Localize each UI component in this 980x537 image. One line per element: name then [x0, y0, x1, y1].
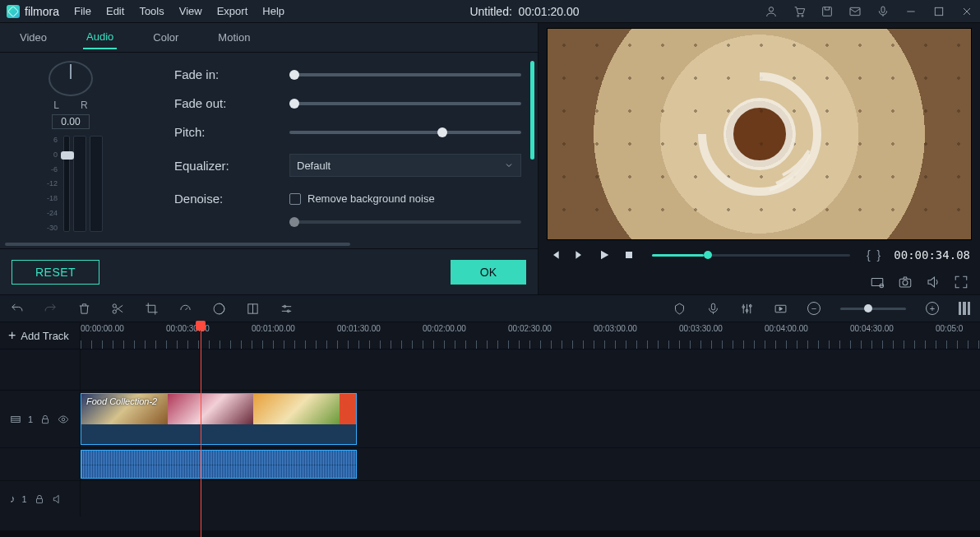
timeline: + Add Track 00:00:00.0000:00:30.0000:01:… [0, 322, 980, 537]
color-icon[interactable] [212, 302, 226, 316]
close-icon[interactable] [960, 5, 973, 18]
denoise-checkbox[interactable]: Remove background noise [289, 192, 435, 205]
menu-bar: File Edit Tools View Export Help [74, 5, 284, 17]
mark-in-out[interactable]: { } [867, 248, 882, 262]
svg-rect-27 [36, 498, 42, 502]
mixer-icon[interactable] [740, 302, 754, 316]
play-button[interactable] [598, 248, 611, 262]
record-vo-icon[interactable] [706, 302, 720, 316]
reset-button[interactable]: RESET [12, 260, 99, 285]
redo-icon[interactable] [44, 302, 58, 316]
account-icon[interactable] [765, 5, 778, 18]
title-actions [765, 5, 973, 18]
snapshot-icon[interactable] [898, 275, 913, 289]
marker-icon[interactable] [673, 302, 686, 316]
project-name: Untitled: [469, 5, 511, 18]
timeline-ruler[interactable]: 00:00:00.0000:00:30.0000:01:00.0000:01:3… [81, 322, 980, 349]
menu-help[interactable]: Help [262, 5, 284, 17]
fade-in-slider[interactable] [289, 73, 521, 76]
tab-motion[interactable]: Motion [215, 26, 253, 49]
clip-thumb [340, 394, 356, 424]
lock-icon[interactable] [34, 493, 45, 505]
panel-hscroll[interactable] [0, 240, 538, 248]
music-track-num: 1 [22, 494, 27, 504]
minimize-icon[interactable] [904, 5, 918, 18]
audio-controls: Fade in: Fade out: Pitch: Equalizer: Def… [141, 53, 538, 240]
volume-icon[interactable] [926, 275, 941, 289]
mic-icon[interactable] [876, 5, 890, 18]
menu-file[interactable]: File [74, 5, 91, 17]
timeline-hscroll[interactable] [0, 530, 980, 537]
zoom-in-button[interactable]: + [926, 302, 939, 315]
cart-icon[interactable] [793, 5, 806, 18]
audio-clip[interactable] [81, 450, 357, 479]
music-track-lane[interactable] [81, 481, 980, 516]
fade-out-slider[interactable] [289, 102, 521, 105]
mute-icon[interactable] [52, 493, 63, 505]
balance-column: L R 0.00 60-6-12-18-24-30 [0, 53, 141, 240]
split-icon[interactable] [111, 302, 125, 316]
denoise-check-label: Remove background noise [307, 192, 435, 205]
video-track-num: 1 [28, 414, 33, 424]
fullscreen-icon[interactable] [954, 275, 968, 289]
menu-view[interactable]: View [179, 5, 202, 17]
balance-value[interactable]: 0.00 [52, 114, 89, 129]
svg-rect-19 [711, 303, 714, 310]
settings-icon[interactable] [870, 275, 885, 289]
tab-color[interactable]: Color [150, 26, 182, 49]
zoom-fit-icon[interactable] [959, 302, 970, 315]
mail-icon[interactable] [848, 5, 862, 18]
render-icon[interactable] [774, 302, 788, 316]
video-track-lane[interactable]: Food Collection-2 [81, 391, 980, 447]
menu-export[interactable]: Export [217, 5, 248, 17]
green-screen-icon[interactable] [246, 302, 260, 316]
menu-edit[interactable]: Edit [106, 5, 124, 17]
panel-scrollbar[interactable] [530, 61, 534, 160]
add-track-button[interactable]: + Add Track [0, 322, 81, 349]
vu-bar-r [90, 136, 103, 232]
preview-bottom-bar [539, 270, 980, 294]
stop-button[interactable] [622, 248, 636, 262]
denoise-slider[interactable] [289, 220, 521, 224]
lock-icon[interactable] [39, 414, 51, 425]
preview-progress[interactable] [652, 254, 850, 257]
prev-frame-button[interactable] [548, 248, 562, 262]
audio-track-lane[interactable] [81, 448, 980, 480]
fade-in-label: Fade in: [174, 67, 273, 81]
clip-label: Food Collection-2 [86, 396, 157, 406]
undo-icon[interactable] [10, 302, 24, 316]
app-name: filmora [25, 5, 59, 18]
equalizer-select[interactable]: Default [289, 154, 521, 177]
ok-button[interactable]: OK [451, 260, 526, 285]
volume-slider[interactable] [63, 136, 70, 232]
maximize-icon[interactable] [932, 5, 945, 18]
tab-video[interactable]: Video [16, 26, 50, 49]
playhead[interactable] [201, 322, 201, 537]
zoom-out-button[interactable]: − [807, 302, 821, 315]
track-spacer-lane[interactable] [81, 350, 980, 390]
save-icon[interactable] [821, 5, 834, 18]
balance-knob[interactable] [49, 61, 93, 96]
svg-rect-6 [935, 7, 942, 15]
zoom-slider[interactable] [840, 308, 906, 310]
delete-icon[interactable] [77, 302, 91, 316]
title-bar: filmora File Edit Tools View Export Help… [0, 0, 980, 23]
crop-icon[interactable] [145, 302, 159, 316]
property-tabs: Video Audio Color Motion [0, 23, 538, 53]
next-frame-button[interactable] [573, 248, 586, 262]
svg-point-12 [903, 280, 908, 285]
denoise-label: Denoise: [174, 192, 273, 206]
video-clip[interactable]: Food Collection-2 [81, 393, 357, 445]
preview-viewport[interactable] [547, 28, 972, 240]
clip-thumb [253, 394, 340, 424]
tab-audio[interactable]: Audio [83, 25, 117, 49]
pitch-slider[interactable] [289, 131, 521, 134]
adjust-icon[interactable] [280, 302, 294, 316]
project-duration: 00:01:20.00 [519, 5, 580, 18]
speed-icon[interactable] [178, 302, 192, 316]
menu-tools[interactable]: Tools [139, 5, 164, 17]
visibility-icon[interactable] [58, 414, 69, 425]
music-icon: ♪ [10, 493, 16, 505]
app-logo: filmora [7, 5, 59, 18]
svg-rect-24 [12, 416, 21, 422]
